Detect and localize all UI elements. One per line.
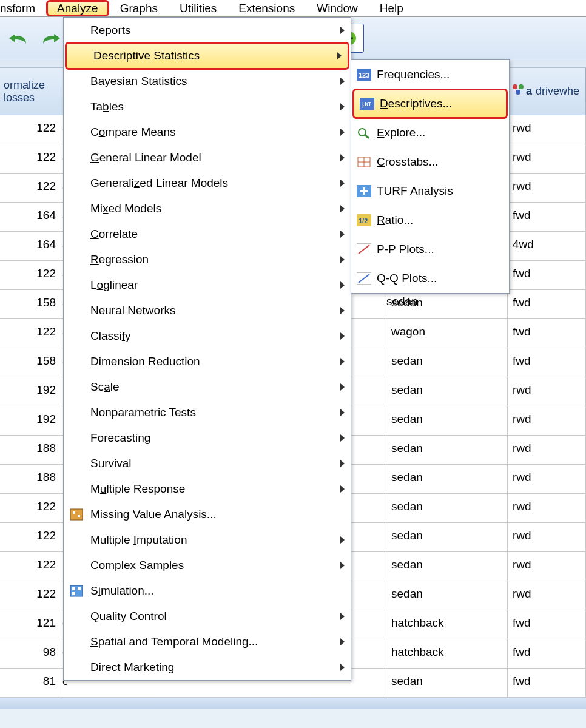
cell-losses[interactable]: 122 (0, 144, 61, 173)
cell-losses[interactable]: 98 (0, 639, 61, 668)
cell-losses[interactable]: 188 (0, 436, 61, 464)
cell-losses[interactable]: 122 (0, 115, 61, 144)
cell-drivewheel[interactable]: fwd (508, 669, 586, 697)
cell-drivewheel[interactable]: rwd (508, 377, 586, 406)
menu-item-label: Nonparametric Tests (90, 406, 340, 419)
cell-drivewheel[interactable]: rwd (508, 436, 586, 464)
menu-window[interactable]: Window (306, 0, 369, 16)
submenu-frequencies-[interactable]: 123Frequencies... (351, 60, 509, 89)
analyze-menu-nonparametric-tests[interactable]: Nonparametric Tests (64, 400, 351, 425)
analyze-menu-bayesian-statistics[interactable]: Bayesian Statistics (64, 69, 351, 94)
cell-losses[interactable]: 122 (0, 174, 61, 202)
cell-body[interactable]: sedan (386, 348, 508, 377)
analyze-menu-general-linear-model[interactable]: General Linear Model (64, 145, 351, 170)
col-header-drivewheel[interactable]: a drivewhe (508, 68, 586, 115)
analyze-menu-forecasting[interactable]: Forecasting (64, 425, 351, 451)
cell-drivewheel[interactable]: rwd (508, 581, 586, 610)
cell-body[interactable]: hatchback (386, 639, 508, 668)
cell-losses[interactable]: 122 (0, 261, 61, 289)
cell-body[interactable]: sedan (386, 523, 508, 551)
analyze-menu-missing-value-analysis-[interactable]: Missing Value Analysis... (64, 502, 351, 527)
cell-body[interactable]: sedan (386, 436, 508, 464)
analyze-menu-scale[interactable]: Scale (64, 374, 351, 400)
menu-analyze[interactable]: Analyze (46, 0, 109, 16)
submenu-explore-[interactable]: Explore... (351, 118, 509, 147)
cell-drivewheel[interactable]: rwd (508, 115, 586, 144)
cell-losses[interactable]: 122 (0, 319, 61, 348)
redo-icon[interactable] (36, 24, 66, 53)
submenu-crosstabs-[interactable]: Crosstabs... (351, 147, 509, 177)
analyze-menu-compare-means[interactable]: Compare Means (64, 120, 351, 145)
undo-icon[interactable] (4, 24, 33, 53)
analyze-menu-spatial-and-temporal-modeling-[interactable]: Spatial and Temporal Modeling... (64, 629, 351, 655)
analyze-menu-classify[interactable]: Classify (64, 323, 351, 349)
analyze-menu-loglinear[interactable]: Loglinear (64, 272, 351, 298)
col-header-losses[interactable]: ormalize losses (0, 68, 61, 115)
cell-losses[interactable]: 122 (0, 552, 61, 581)
cell-losses[interactable]: 192 (0, 377, 61, 406)
analyze-menu-direct-marketing[interactable]: Direct Marketing (64, 655, 351, 680)
analyze-menu-reports[interactable]: Reports (64, 18, 351, 43)
cell-losses[interactable]: 164 (0, 232, 61, 260)
analyze-menu-descriptive-statistics[interactable]: Descriptive Statistics (65, 42, 349, 70)
analyze-menu-regression[interactable]: Regression (64, 247, 351, 272)
cell-body[interactable]: sedan (386, 494, 508, 522)
cell-body[interactable]: hatchback (386, 610, 508, 639)
cell-losses[interactable]: 122 (0, 523, 61, 551)
menu-transform[interactable]: nsform (0, 0, 46, 16)
cell-drivewheel[interactable]: fwd (508, 610, 586, 639)
analyze-menu-neural-networks[interactable]: Neural Networks (64, 298, 351, 323)
cell-drivewheel[interactable]: fwd (508, 203, 586, 231)
submenu-p-p-plots-[interactable]: P-P Plots... (351, 235, 509, 264)
analyze-menu-multiple-imputation[interactable]: Multiple Imputation (64, 527, 351, 553)
cell-drivewheel[interactable]: rwd (508, 174, 586, 202)
cell-body[interactable]: sedan (386, 552, 508, 581)
analyze-menu-generalized-linear-models[interactable]: Generalized Linear Models (64, 170, 351, 196)
cell-drivewheel[interactable]: rwd (508, 465, 586, 493)
cell-drivewheel[interactable]: rwd (508, 552, 586, 581)
cell-losses[interactable]: 122 (0, 581, 61, 610)
cell-body[interactable]: wagon (386, 319, 508, 348)
submenu-ratio-[interactable]: 1/2Ratio... (351, 206, 509, 235)
cell-body[interactable]: sedan (386, 406, 508, 435)
cell-body[interactable]: sedan (386, 669, 508, 697)
analyze-menu-quality-control[interactable]: Quality Control (64, 604, 351, 629)
submenu-item-label: Crosstabs... (377, 155, 438, 169)
analyze-menu-survival[interactable]: Survival (64, 451, 351, 476)
cell-drivewheel[interactable]: rwd (508, 406, 586, 435)
cell-losses[interactable]: 188 (0, 465, 61, 493)
cell-drivewheel[interactable]: rwd (508, 494, 586, 522)
cell-drivewheel[interactable]: fwd (508, 261, 586, 289)
analyze-menu-multiple-response[interactable]: Multiple Response (64, 476, 351, 502)
cell-body[interactable]: sedan (386, 377, 508, 406)
cell-drivewheel[interactable]: fwd (508, 290, 586, 318)
cell-drivewheel[interactable]: rwd (508, 523, 586, 551)
menu-extensions[interactable]: Extensions (227, 0, 306, 16)
menu-graphs[interactable]: Graphs (109, 0, 169, 16)
cell-losses[interactable]: 192 (0, 406, 61, 435)
cell-drivewheel[interactable]: fwd (508, 639, 586, 668)
cell-body[interactable]: sedan (386, 465, 508, 493)
cell-losses[interactable]: 81 (0, 669, 61, 697)
analyze-menu-tables[interactable]: Tables (64, 94, 351, 120)
cell-losses[interactable]: 122 (0, 494, 61, 522)
cell-losses[interactable]: 121 (0, 610, 61, 639)
submenu-descriptives-[interactable]: μσDescriptives... (352, 89, 508, 119)
analyze-menu-mixed-models[interactable]: Mixed Models (64, 196, 351, 221)
cell-losses[interactable]: 164 (0, 203, 61, 231)
analyze-menu-correlate[interactable]: Correlate (64, 221, 351, 247)
cell-drivewheel[interactable]: rwd (508, 144, 586, 173)
menu-utilities[interactable]: Utilities (169, 0, 227, 16)
submenu-turf-analysis[interactable]: TURF Analysis (351, 177, 509, 206)
submenu-q-q-plots-[interactable]: Q-Q Plots... (351, 264, 509, 293)
analyze-menu-simulation-[interactable]: Simulation... (64, 578, 351, 604)
cell-losses[interactable]: 158 (0, 290, 61, 318)
cell-drivewheel[interactable]: fwd (508, 319, 586, 348)
analyze-menu-dimension-reduction[interactable]: Dimension Reduction (64, 349, 351, 374)
cell-drivewheel[interactable]: 4wd (508, 232, 586, 260)
menu-help[interactable]: Help (369, 0, 414, 16)
cell-drivewheel[interactable]: fwd (508, 348, 586, 377)
cell-losses[interactable]: 158 (0, 348, 61, 377)
analyze-menu-complex-samples[interactable]: Complex Samples (64, 553, 351, 578)
cell-body[interactable]: sedan (386, 581, 508, 610)
